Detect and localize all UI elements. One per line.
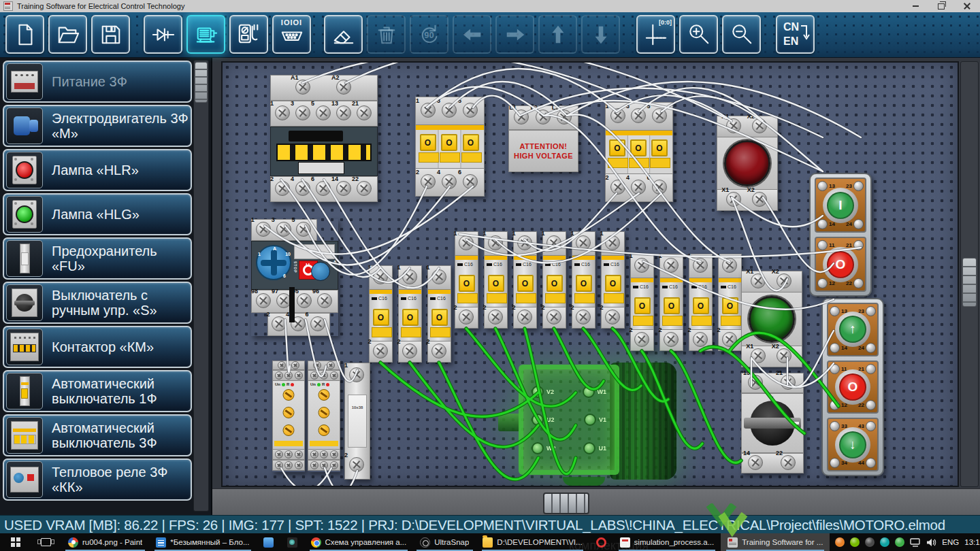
manual-switch-s[interactable]: 1321101422 xyxy=(741,373,804,473)
serial-port-button[interactable]: IOIOI xyxy=(272,15,311,54)
pushbutton-unit-↑[interactable]: 13231424↑ xyxy=(827,303,879,356)
terminal-3[interactable]: 3 xyxy=(631,108,647,124)
terminal-1[interactable]: 1 xyxy=(421,103,437,119)
terminal-1[interactable]: 1 xyxy=(610,108,627,124)
vertical-scrollbar-handle[interactable] xyxy=(962,258,977,307)
terminal-3[interactable]: 3 xyxy=(295,105,312,122)
terminal-1[interactable]: 1 xyxy=(488,235,504,252)
palette-scrollbar[interactable] xyxy=(193,60,209,512)
mode-knob[interactable] xyxy=(311,262,330,281)
terminal-2[interactable]: 2 xyxy=(488,310,504,326)
terminal-22[interactable]: 22 xyxy=(357,181,373,197)
terminal-13[interactable]: 13 xyxy=(336,105,353,122)
switch-knob[interactable] xyxy=(750,401,795,446)
terminal-L2[interactable]: L2 xyxy=(536,110,552,126)
breaker-1p-9[interactable]: 1C16O2 xyxy=(601,231,625,329)
close-button[interactable] xyxy=(954,0,980,12)
palette-item-7[interactable]: Контактор «КМ» xyxy=(3,326,192,368)
timer-dial[interactable] xyxy=(318,407,330,418)
palette-item-1[interactable]: Питание 3Ф xyxy=(3,61,192,103)
terminal-13[interactable]: 13 xyxy=(748,375,764,391)
pushbutton-I[interactable]: I xyxy=(823,188,858,223)
tray-green-icon[interactable] xyxy=(895,537,904,547)
tray-dark-icon[interactable] xyxy=(865,537,875,547)
open-file-button[interactable] xyxy=(48,15,87,54)
terminal-1[interactable]: 1 xyxy=(546,235,563,252)
timer-dial[interactable] xyxy=(283,424,295,436)
contactor-km[interactable]: A1A213513212461422 xyxy=(270,75,378,202)
palette-item-3[interactable]: Лампа «HLR» xyxy=(3,149,192,191)
palette-item-8[interactable]: Автоматический выключатель 1Ф xyxy=(3,370,192,412)
taskbar-app-1[interactable]: ru004.png - Paint xyxy=(61,533,149,551)
terminal-5[interactable]: 5 xyxy=(296,222,312,238)
terminal-2[interactable]: 2 xyxy=(664,332,680,348)
terminal-2[interactable]: 2 xyxy=(517,310,534,326)
terminal-14[interactable]: 14 xyxy=(748,455,764,471)
tray-nvidia-icon[interactable] xyxy=(850,537,860,547)
terminal-4[interactable]: 4 xyxy=(631,180,647,196)
terminal-4[interactable]: 4 xyxy=(295,181,312,197)
pushbutton-unit-O[interactable]: 11211222O xyxy=(815,237,866,292)
terminal-5[interactable]: 5 xyxy=(316,105,332,122)
tray-clock[interactable]: 13:15 xyxy=(964,538,980,546)
palette-item-2[interactable]: Электродвигатель 3Ф «М» xyxy=(3,105,192,147)
vertical-scrollbar[interactable] xyxy=(960,61,979,487)
eraser-button[interactable] xyxy=(324,15,363,54)
button-station-start-stop[interactable]: 13231424I11211222O xyxy=(809,173,872,297)
timer-dial[interactable] xyxy=(318,389,330,401)
multimeter-button[interactable] xyxy=(229,15,268,54)
terminal-6[interactable]: 6 xyxy=(310,316,327,333)
palette-item-4[interactable]: Лампа «HLG» xyxy=(3,193,192,235)
terminal-X2[interactable]: X2 xyxy=(752,192,768,208)
terminal-3[interactable]: 3 xyxy=(442,103,458,119)
lamp-hlg[interactable]: X1X2X1X2 xyxy=(741,271,802,367)
timer-dial[interactable] xyxy=(318,424,330,436)
volume-icon[interactable] xyxy=(926,538,936,547)
breaker-1p-1[interactable]: 1C16O2 xyxy=(369,265,393,363)
taskbar-app-9[interactable]: simulation_process.a... xyxy=(613,533,721,551)
breaker-1p-10[interactable]: 1C16O2 xyxy=(630,254,654,351)
terminal-2[interactable]: 2 xyxy=(373,344,389,360)
lamp-hlr[interactable]: X1X2X1X2 xyxy=(717,116,778,211)
breaker-3p-left[interactable]: 135OOO246 xyxy=(415,97,485,197)
breaker-1p-11[interactable]: 1C16O2 xyxy=(659,254,683,351)
terminal-1[interactable]: 1 xyxy=(459,235,475,252)
pushbutton-unit-↓[interactable]: 33433444↓ xyxy=(827,418,879,471)
taskbar-app-7[interactable]: D:\DEVELOPMENT\VI... xyxy=(476,533,589,551)
terminal-1[interactable]: 1 xyxy=(664,258,680,274)
palette-item-6[interactable]: Выключатель с ручным упр. «S» xyxy=(3,282,192,324)
taskbar-app-5[interactable]: Схема управления а... xyxy=(304,533,414,551)
restore-button[interactable] xyxy=(928,0,954,12)
terminal-1[interactable]: 1 xyxy=(373,269,389,286)
time-relay-2[interactable]: UnR xyxy=(308,361,340,472)
taskbar-app-3[interactable] xyxy=(257,533,280,551)
new-file-button[interactable] xyxy=(5,15,44,54)
breaker-1p-12[interactable]: 1C16O2 xyxy=(689,254,713,351)
terminal-6[interactable]: 6 xyxy=(463,174,479,190)
terminal-2[interactable]: 2 xyxy=(610,180,627,196)
minimize-button[interactable] xyxy=(902,0,928,12)
terminal-X2[interactable]: X2 xyxy=(777,273,793,290)
pushbutton-unit-I[interactable]: 13231424I xyxy=(815,178,866,233)
terminal-X1[interactable]: X1 xyxy=(751,273,767,290)
workbench-board[interactable]: A1A213513212461422135OOO246L1L2L3ATTENTI… xyxy=(221,61,959,487)
terminal-2[interactable]: 2 xyxy=(605,310,621,326)
breaker-1p-5[interactable]: 1C16O2 xyxy=(484,231,508,329)
terminal-98[interactable]: 98 xyxy=(256,293,272,310)
terminal-X1[interactable]: X1 xyxy=(726,192,742,208)
horizontal-scrollbar-handle[interactable] xyxy=(543,492,589,514)
breaker-1p-13[interactable]: 1C16O2 xyxy=(718,254,742,351)
taskbar-app-2[interactable]: *Безымянный – Бло... xyxy=(149,533,256,551)
terminal-5[interactable]: 5 xyxy=(652,108,668,124)
terminal-X1[interactable]: X1 xyxy=(751,348,767,365)
terminal-21[interactable]: 21 xyxy=(357,105,373,122)
component-motor-button[interactable] xyxy=(186,15,225,54)
coordinates-button[interactable]: [0:0] xyxy=(636,15,675,54)
terminal-2[interactable]: 2 xyxy=(722,332,738,348)
palette-scrollbar-handle[interactable] xyxy=(195,62,208,103)
taskbar-app-10[interactable]: Training Software for ... xyxy=(721,533,830,551)
terminal-2[interactable]: 2 xyxy=(634,332,651,348)
horizontal-scrollbar[interactable] xyxy=(212,488,980,516)
terminal-96[interactable]: 96 xyxy=(317,293,333,310)
pushbutton-unit-O[interactable]: 11211222O xyxy=(827,361,879,414)
